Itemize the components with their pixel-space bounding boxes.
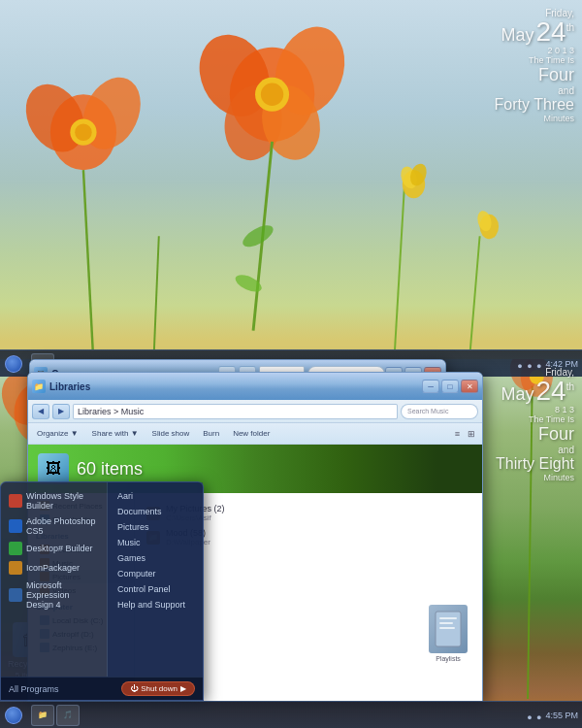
start-menu-games[interactable]: Games [108, 550, 203, 566]
main-organize-btn[interactable]: Organize ▼ [32, 428, 83, 439]
start-menu-item-desktop[interactable]: Desktop# Builder [1, 539, 107, 558]
svg-rect-36 [439, 627, 455, 629]
start-menu-documents[interactable]: Documents [108, 504, 203, 519]
clock-and-top: and [495, 85, 574, 96]
main-titlebar: 📁 Libraries ─ □ ✕ [28, 373, 482, 400]
clock-month-top: May [501, 25, 534, 46]
mood-item-name: Mood (58) D:\Wallpaper [166, 528, 470, 546]
start-menu: Windows Style Builder Adobe Photoshop CS… [0, 481, 204, 701]
clock-year-bottom: 8 1 3 [496, 405, 574, 414]
shutdown-button[interactable]: ⏻ Shut down ▶ [121, 681, 195, 696]
taskbar-explorer-icon: 📁 [38, 711, 48, 719]
main-title-icon: 📁 [32, 380, 46, 393]
start-menu-body: Windows Style Builder Adobe Photoshop CS… [1, 482, 203, 677]
taskbar-music-btn[interactable]: 🎵 [56, 705, 80, 726]
main-view-details-btn[interactable]: ≡ [452, 428, 463, 440]
start-button-bottom[interactable] [4, 706, 23, 725]
taskbar-music-icon: 🎵 [63, 711, 73, 719]
clock-widget-top: Friday, May 24th 2 0 1 3 The Time Is Fou… [495, 8, 574, 123]
shutdown-icon: ⏻ [130, 684, 138, 693]
main-win-controls: ─ □ ✕ [422, 380, 478, 393]
start-button-top[interactable] [4, 354, 23, 374]
main-slideshow-btn[interactable]: Slide show [147, 428, 195, 439]
clock-hour-bottom: Four [496, 424, 574, 445]
winstyler-icon [9, 494, 22, 508]
start-menu-pictures[interactable]: Pictures [108, 519, 203, 535]
clock-minutes-label-bottom: Minutes [496, 473, 574, 482]
start-menu-right: Aari Documents Pictures Music Games Comp… [108, 482, 203, 677]
svg-rect-34 [439, 617, 457, 619]
clock-label-bottom: The Time Is [496, 414, 574, 424]
start-menu-controlpanel[interactable]: Control Panel [108, 581, 203, 597]
main-forward-btn[interactable]: ▶ [52, 404, 70, 419]
start-menu-computer[interactable]: Computer [108, 566, 203, 581]
main-maximize-btn[interactable]: □ [441, 380, 459, 393]
main-item-count: 60 items [77, 459, 143, 480]
clock-minutes-label-top: Minutes [495, 114, 574, 123]
clock-minutes-bottom: Thirty Eight [496, 455, 574, 473]
main-title-text: Libraries [49, 381, 422, 392]
main-close-btn[interactable]: ✕ [461, 380, 478, 393]
main-banner-icon: 🖼 [38, 453, 69, 484]
main-minimize-btn[interactable]: ─ [422, 380, 439, 393]
start-menu-music[interactable]: Music [108, 535, 203, 550]
expression-icon [9, 588, 22, 602]
main-search-box[interactable]: Search Music [401, 404, 478, 419]
start-menu-item-expression[interactable]: Microsoft Expression Design 4 [1, 578, 107, 612]
main-addressbar: ◀ ▶ Libraries > Music Search Music [28, 400, 482, 423]
clock-widget-bottom: Friday, May 24th 8 1 3 The Time Is Four … [496, 367, 574, 482]
pictures-item-name: My Pictures (2) C:\Users\Asif [166, 504, 470, 522]
desktop-icon [9, 542, 22, 555]
main-view-controls: ≡ ⊞ [452, 428, 478, 440]
main-toolbar: Organize ▼ Share with ▼ Slide show Burn … [28, 423, 482, 445]
tray-icons-bottom: ● ● [527, 707, 541, 724]
start-menu-left: Windows Style Builder Adobe Photoshop CS… [1, 482, 108, 677]
photoshop-icon [9, 519, 22, 533]
main-view-icons-btn[interactable]: ⊞ [465, 428, 478, 440]
start-menu-item-winstyler[interactable]: Windows Style Builder [1, 488, 107, 513]
playlists-icon [429, 605, 468, 653]
start-menu-item-photoshop[interactable]: Adobe Photoshop CS5 [1, 513, 107, 539]
start-menu-item-iconpkg[interactable]: IconPackager [1, 558, 107, 578]
start-menu-help[interactable]: Help and Support [108, 597, 203, 612]
start-orb-bottom[interactable] [5, 707, 22, 724]
svg-rect-35 [439, 622, 453, 624]
main-address-path[interactable]: Libraries > Music [73, 404, 398, 419]
shutdown-chevron: ▶ [180, 684, 186, 693]
main-back-btn[interactable]: ◀ [32, 404, 49, 419]
taskbar-explorer-btn[interactable]: 📁 [31, 705, 54, 726]
sys-tray-bottom: ● ● 4:55 PM [527, 707, 582, 724]
main-burn-btn[interactable]: Burn [198, 428, 224, 439]
taskbar-items-bottom: 📁 🎵 [31, 705, 80, 726]
all-programs-btn[interactable]: All Programs [9, 684, 59, 694]
taskbar-bottom: 📁 🎵 ● ● 4:55 PM [0, 701, 582, 728]
start-menu-footer: All Programs ⏻ Shut down ▶ [1, 677, 203, 700]
clock-minutes-top: Forty Three [495, 96, 574, 114]
start-orb-top[interactable] [5, 355, 22, 373]
playlists-label: Playlists [424, 655, 472, 662]
main-newfolder-btn[interactable]: New folder [228, 428, 275, 439]
start-menu-aari[interactable]: Aari [108, 488, 203, 504]
playlists-area: Playlists [424, 605, 472, 662]
clock-and-bottom: and [496, 445, 574, 455]
taskbar-time-bottom: 4:55 PM [545, 711, 578, 720]
clock-hour-top: Four [495, 65, 574, 85]
clock-month-bottom: May [501, 384, 534, 405]
clock-label-top: The Time Is [495, 55, 574, 65]
clock-date-top: 24th [536, 18, 575, 46]
clock-year-top: 2 0 1 3 [495, 46, 574, 55]
clock-date-bottom: 24th [536, 378, 575, 405]
main-share-btn[interactable]: Share with ▼ [87, 428, 144, 439]
iconpkg-icon [9, 561, 22, 575]
